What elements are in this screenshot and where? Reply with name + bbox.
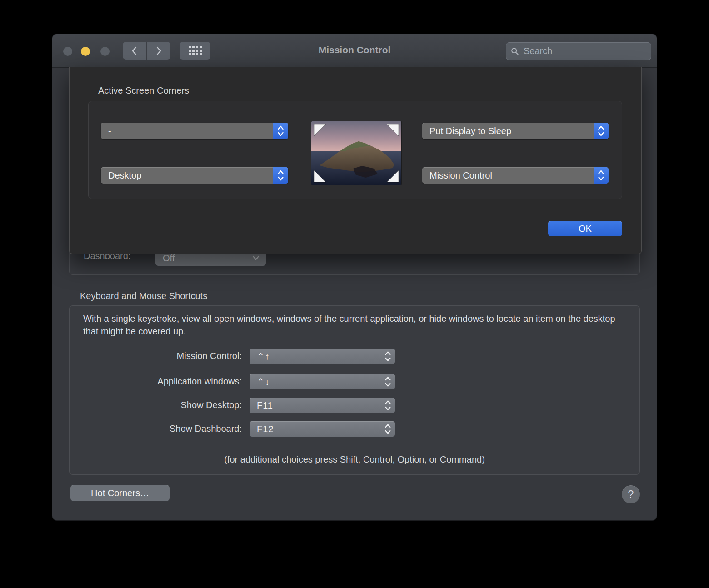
application-windows-shortcut-popup[interactable]: ⌃↓: [250, 374, 395, 389]
popup-value: Mission Control: [422, 170, 594, 181]
titlebar: Mission Control: [52, 34, 657, 68]
stepper-icon: [273, 123, 288, 139]
active-screen-corners-header: Active Screen Corners: [98, 85, 189, 96]
dashboard-popup-value: Off: [163, 253, 251, 264]
top-right-corner-popup[interactable]: Put Display to Sleep: [422, 123, 609, 139]
shortcut-value: ⌃↑: [257, 351, 384, 362]
desktop-preview-image: [311, 121, 401, 185]
show-dashboard-shortcut-popup[interactable]: F12: [250, 421, 395, 437]
search-icon: [511, 47, 519, 56]
additional-choices-note: (for additional choices press Shift, Con…: [52, 454, 657, 465]
stepper-icon: [384, 350, 391, 362]
system-preferences-window: Mission Control Dashboard: Off Keyboard …: [52, 34, 657, 520]
popup-value: Put Display to Sleep: [422, 126, 594, 136]
shortcut-value: ⌃↓: [257, 376, 384, 387]
help-button[interactable]: ?: [622, 485, 640, 503]
bottom-left-corner-popup[interactable]: Desktop: [101, 167, 288, 184]
shortcut-value: F11: [257, 400, 384, 411]
popup-value: -: [101, 126, 273, 136]
ok-button[interactable]: OK: [548, 221, 622, 236]
stepper-icon: [384, 423, 391, 435]
search-input[interactable]: [523, 45, 646, 57]
shortcuts-description: With a single keystroke, view all open w…: [83, 312, 624, 338]
corner-options-box: - Desktop: [88, 101, 622, 199]
stepper-icon: [384, 376, 391, 388]
hot-corners-sheet: Active Screen Corners - Desktop: [69, 67, 642, 254]
mission-control-shortcut-popup[interactable]: ⌃↑: [250, 349, 395, 364]
show-dashboard-shortcut-label: Show Dashboard:: [98, 424, 242, 434]
stepper-icon: [594, 123, 609, 139]
show-desktop-shortcut-popup[interactable]: F11: [250, 398, 395, 413]
bottom-right-corner-popup[interactable]: Mission Control: [422, 167, 609, 184]
popup-value: Desktop: [101, 170, 273, 181]
shortcut-value: F12: [257, 424, 384, 434]
keyboard-mouse-shortcuts-header: Keyboard and Mouse Shortcuts: [80, 291, 207, 301]
search-field[interactable]: [506, 42, 651, 60]
chevron-down-icon: [251, 255, 260, 261]
top-left-corner-popup[interactable]: -: [101, 123, 288, 139]
show-desktop-shortcut-label: Show Desktop:: [98, 400, 242, 410]
stepper-icon: [384, 399, 391, 411]
hot-corners-button[interactable]: Hot Corners…: [70, 485, 170, 501]
mission-control-shortcut-label: Mission Control:: [98, 351, 242, 361]
stepper-icon: [594, 167, 609, 184]
desktop-background: Mission Control Dashboard: Off Keyboard …: [0, 0, 709, 588]
application-windows-shortcut-label: Application windows:: [98, 376, 242, 387]
stepper-icon: [273, 167, 288, 184]
